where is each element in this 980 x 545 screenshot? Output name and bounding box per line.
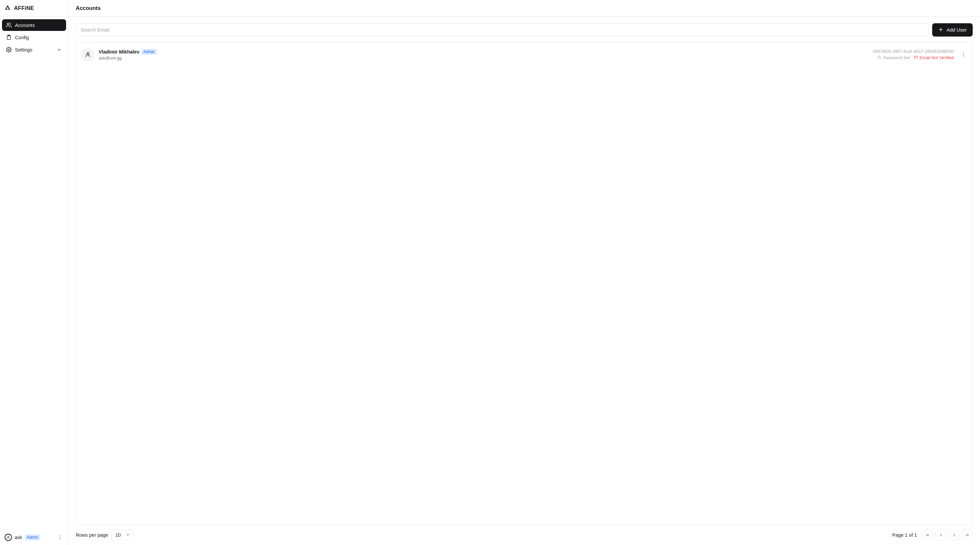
svg-rect-11 [878, 57, 881, 59]
last-page-button[interactable] [962, 530, 973, 540]
affine-logo-icon [5, 5, 11, 12]
clipboard-icon [6, 35, 12, 40]
user-row-menu-button[interactable] [960, 52, 967, 57]
sidebar-item-config[interactable]: Config [2, 32, 66, 43]
user-id: 0887983c-9f07-4cd1-8517-260e52b99030 [873, 49, 954, 54]
sidebar-item-accounts[interactable]: Accounts [2, 19, 66, 31]
rows-per-page-value: 10 [116, 532, 121, 538]
svg-point-4 [8, 536, 9, 537]
current-user-badge: Admin [25, 534, 40, 540]
sidebar-item-label: Accounts [15, 22, 35, 28]
more-vertical-icon [961, 52, 966, 57]
svg-point-0 [7, 23, 9, 25]
add-user-label: Add User [947, 27, 967, 33]
current-user-menu-button[interactable] [57, 534, 64, 541]
users-icon [6, 22, 12, 28]
password-status: Password Set [877, 55, 910, 60]
user-name: Vladimir Mikhalev [99, 49, 140, 54]
svg-point-7 [60, 539, 60, 539]
brand-logo: AFFiNE [0, 0, 68, 17]
search-input[interactable] [76, 23, 929, 37]
svg-point-15 [963, 56, 964, 56]
chevrons-left-icon [925, 533, 930, 537]
svg-point-10 [87, 53, 89, 54]
avatar [81, 48, 95, 61]
current-user-name: ask [14, 535, 22, 540]
svg-point-3 [8, 49, 9, 50]
first-page-button[interactable] [922, 530, 933, 540]
chevron-down-icon [126, 532, 130, 538]
rows-per-page-select[interactable]: 10 [111, 530, 134, 540]
prev-page-button[interactable] [935, 530, 946, 540]
svg-point-13 [963, 53, 964, 53]
rows-per-page-label: Rows per page [76, 532, 108, 538]
chevron-down-icon [56, 47, 62, 53]
page-title: Accounts [76, 5, 101, 11]
chevron-left-icon [939, 533, 943, 537]
mail-icon [914, 55, 918, 60]
add-user-button[interactable]: Add User [932, 23, 973, 37]
lock-open-icon [877, 55, 881, 60]
chevrons-right-icon [965, 533, 970, 537]
svg-point-14 [963, 54, 964, 55]
svg-point-6 [60, 537, 60, 538]
user-icon [85, 51, 91, 57]
brand-name: AFFiNE [14, 5, 34, 11]
chevron-right-icon [952, 533, 956, 537]
user-avatar-icon [5, 534, 12, 541]
svg-point-5 [60, 535, 60, 536]
user-row[interactable]: Vladimir Mikhalev Admin ask@sre.gg 08879… [81, 47, 967, 62]
page-indicator: Page 1 of 1 [892, 532, 917, 538]
plus-icon [938, 27, 943, 33]
sidebar-item-label: Config [15, 35, 29, 40]
next-page-button[interactable] [949, 530, 959, 540]
email-status: Email Not Verified [914, 55, 954, 60]
gear-icon [6, 47, 12, 53]
sidebar-item-settings[interactable]: Settings [2, 44, 66, 56]
sidebar-item-label: Settings [15, 47, 32, 53]
user-email: ask@sre.gg [99, 56, 157, 61]
more-vertical-icon [57, 535, 63, 540]
user-role-badge: Admin [142, 49, 157, 55]
